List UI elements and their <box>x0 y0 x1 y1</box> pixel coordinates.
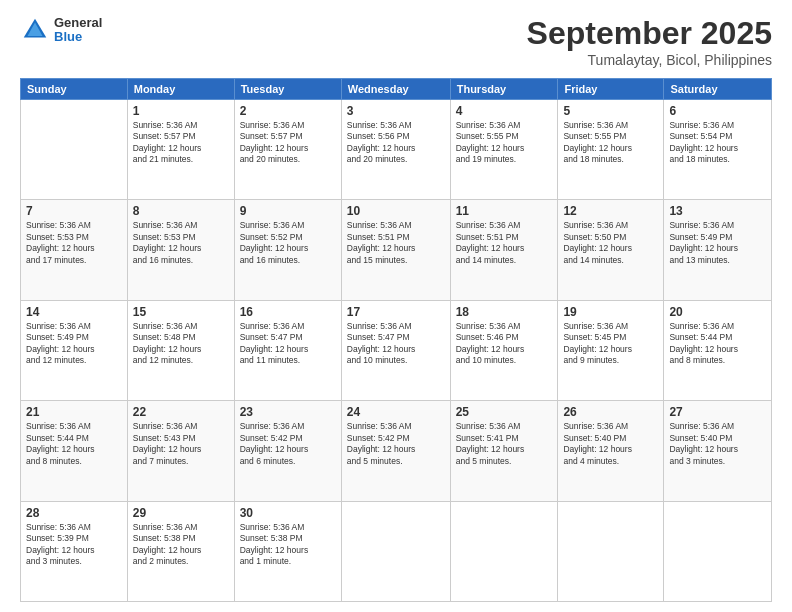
day-info: Sunrise: 5:36 AM Sunset: 5:51 PM Dayligh… <box>456 220 553 266</box>
day-number: 27 <box>669 405 766 419</box>
day-number: 11 <box>456 204 553 218</box>
month-title: September 2025 <box>527 15 772 52</box>
day-info: Sunrise: 5:36 AM Sunset: 5:42 PM Dayligh… <box>347 421 445 467</box>
calendar-cell <box>341 501 450 601</box>
calendar-cell: 14Sunrise: 5:36 AM Sunset: 5:49 PM Dayli… <box>21 300 128 400</box>
day-number: 26 <box>563 405 658 419</box>
col-header-saturday: Saturday <box>664 79 772 100</box>
logo-general: General <box>54 16 102 30</box>
calendar-cell: 8Sunrise: 5:36 AM Sunset: 5:53 PM Daylig… <box>127 200 234 300</box>
calendar-cell: 18Sunrise: 5:36 AM Sunset: 5:46 PM Dayli… <box>450 300 558 400</box>
week-row-3: 14Sunrise: 5:36 AM Sunset: 5:49 PM Dayli… <box>21 300 772 400</box>
day-info: Sunrise: 5:36 AM Sunset: 5:44 PM Dayligh… <box>669 321 766 367</box>
day-number: 4 <box>456 104 553 118</box>
week-row-5: 28Sunrise: 5:36 AM Sunset: 5:39 PM Dayli… <box>21 501 772 601</box>
calendar-cell: 10Sunrise: 5:36 AM Sunset: 5:51 PM Dayli… <box>341 200 450 300</box>
day-info: Sunrise: 5:36 AM Sunset: 5:42 PM Dayligh… <box>240 421 336 467</box>
header: General Blue September 2025 Tumalaytay, … <box>20 15 772 68</box>
calendar-table: SundayMondayTuesdayWednesdayThursdayFrid… <box>20 78 772 602</box>
col-header-sunday: Sunday <box>21 79 128 100</box>
logo-icon <box>20 15 50 45</box>
day-number: 7 <box>26 204 122 218</box>
col-header-tuesday: Tuesday <box>234 79 341 100</box>
day-number: 28 <box>26 506 122 520</box>
calendar-cell: 16Sunrise: 5:36 AM Sunset: 5:47 PM Dayli… <box>234 300 341 400</box>
location: Tumalaytay, Bicol, Philippines <box>527 52 772 68</box>
day-info: Sunrise: 5:36 AM Sunset: 5:40 PM Dayligh… <box>563 421 658 467</box>
day-info: Sunrise: 5:36 AM Sunset: 5:55 PM Dayligh… <box>563 120 658 166</box>
logo-text: General Blue <box>54 16 102 45</box>
day-number: 16 <box>240 305 336 319</box>
day-info: Sunrise: 5:36 AM Sunset: 5:50 PM Dayligh… <box>563 220 658 266</box>
calendar-cell: 7Sunrise: 5:36 AM Sunset: 5:53 PM Daylig… <box>21 200 128 300</box>
day-number: 20 <box>669 305 766 319</box>
logo: General Blue <box>20 15 102 45</box>
day-info: Sunrise: 5:36 AM Sunset: 5:57 PM Dayligh… <box>240 120 336 166</box>
day-info: Sunrise: 5:36 AM Sunset: 5:52 PM Dayligh… <box>240 220 336 266</box>
calendar-cell: 2Sunrise: 5:36 AM Sunset: 5:57 PM Daylig… <box>234 100 341 200</box>
calendar-cell: 6Sunrise: 5:36 AM Sunset: 5:54 PM Daylig… <box>664 100 772 200</box>
day-info: Sunrise: 5:36 AM Sunset: 5:48 PM Dayligh… <box>133 321 229 367</box>
col-header-monday: Monday <box>127 79 234 100</box>
day-number: 17 <box>347 305 445 319</box>
day-number: 12 <box>563 204 658 218</box>
day-info: Sunrise: 5:36 AM Sunset: 5:44 PM Dayligh… <box>26 421 122 467</box>
logo-blue: Blue <box>54 30 102 44</box>
day-info: Sunrise: 5:36 AM Sunset: 5:53 PM Dayligh… <box>26 220 122 266</box>
calendar-cell: 4Sunrise: 5:36 AM Sunset: 5:55 PM Daylig… <box>450 100 558 200</box>
day-number: 10 <box>347 204 445 218</box>
calendar-cell: 17Sunrise: 5:36 AM Sunset: 5:47 PM Dayli… <box>341 300 450 400</box>
col-header-wednesday: Wednesday <box>341 79 450 100</box>
day-info: Sunrise: 5:36 AM Sunset: 5:46 PM Dayligh… <box>456 321 553 367</box>
calendar-cell <box>558 501 664 601</box>
day-info: Sunrise: 5:36 AM Sunset: 5:45 PM Dayligh… <box>563 321 658 367</box>
day-info: Sunrise: 5:36 AM Sunset: 5:38 PM Dayligh… <box>133 522 229 568</box>
day-number: 15 <box>133 305 229 319</box>
day-number: 5 <box>563 104 658 118</box>
day-number: 21 <box>26 405 122 419</box>
calendar-cell: 9Sunrise: 5:36 AM Sunset: 5:52 PM Daylig… <box>234 200 341 300</box>
day-info: Sunrise: 5:36 AM Sunset: 5:43 PM Dayligh… <box>133 421 229 467</box>
calendar-cell: 19Sunrise: 5:36 AM Sunset: 5:45 PM Dayli… <box>558 300 664 400</box>
week-row-2: 7Sunrise: 5:36 AM Sunset: 5:53 PM Daylig… <box>21 200 772 300</box>
day-number: 30 <box>240 506 336 520</box>
calendar-cell <box>450 501 558 601</box>
calendar-cell: 11Sunrise: 5:36 AM Sunset: 5:51 PM Dayli… <box>450 200 558 300</box>
page: General Blue September 2025 Tumalaytay, … <box>0 0 792 612</box>
day-info: Sunrise: 5:36 AM Sunset: 5:49 PM Dayligh… <box>26 321 122 367</box>
calendar-cell: 27Sunrise: 5:36 AM Sunset: 5:40 PM Dayli… <box>664 401 772 501</box>
day-info: Sunrise: 5:36 AM Sunset: 5:41 PM Dayligh… <box>456 421 553 467</box>
day-info: Sunrise: 5:36 AM Sunset: 5:53 PM Dayligh… <box>133 220 229 266</box>
calendar-cell: 29Sunrise: 5:36 AM Sunset: 5:38 PM Dayli… <box>127 501 234 601</box>
day-info: Sunrise: 5:36 AM Sunset: 5:56 PM Dayligh… <box>347 120 445 166</box>
day-info: Sunrise: 5:36 AM Sunset: 5:55 PM Dayligh… <box>456 120 553 166</box>
calendar-cell: 23Sunrise: 5:36 AM Sunset: 5:42 PM Dayli… <box>234 401 341 501</box>
day-number: 2 <box>240 104 336 118</box>
day-info: Sunrise: 5:36 AM Sunset: 5:40 PM Dayligh… <box>669 421 766 467</box>
day-number: 19 <box>563 305 658 319</box>
day-number: 24 <box>347 405 445 419</box>
day-number: 6 <box>669 104 766 118</box>
day-info: Sunrise: 5:36 AM Sunset: 5:38 PM Dayligh… <box>240 522 336 568</box>
day-number: 3 <box>347 104 445 118</box>
day-number: 18 <box>456 305 553 319</box>
day-number: 13 <box>669 204 766 218</box>
day-number: 8 <box>133 204 229 218</box>
day-number: 1 <box>133 104 229 118</box>
day-number: 22 <box>133 405 229 419</box>
day-number: 25 <box>456 405 553 419</box>
day-number: 9 <box>240 204 336 218</box>
calendar-cell: 12Sunrise: 5:36 AM Sunset: 5:50 PM Dayli… <box>558 200 664 300</box>
calendar-cell: 21Sunrise: 5:36 AM Sunset: 5:44 PM Dayli… <box>21 401 128 501</box>
calendar-cell <box>664 501 772 601</box>
day-info: Sunrise: 5:36 AM Sunset: 5:57 PM Dayligh… <box>133 120 229 166</box>
calendar-cell: 25Sunrise: 5:36 AM Sunset: 5:41 PM Dayli… <box>450 401 558 501</box>
day-info: Sunrise: 5:36 AM Sunset: 5:54 PM Dayligh… <box>669 120 766 166</box>
day-number: 14 <box>26 305 122 319</box>
day-info: Sunrise: 5:36 AM Sunset: 5:49 PM Dayligh… <box>669 220 766 266</box>
day-info: Sunrise: 5:36 AM Sunset: 5:51 PM Dayligh… <box>347 220 445 266</box>
calendar-header-row: SundayMondayTuesdayWednesdayThursdayFrid… <box>21 79 772 100</box>
calendar-cell: 28Sunrise: 5:36 AM Sunset: 5:39 PM Dayli… <box>21 501 128 601</box>
calendar-cell: 3Sunrise: 5:36 AM Sunset: 5:56 PM Daylig… <box>341 100 450 200</box>
week-row-4: 21Sunrise: 5:36 AM Sunset: 5:44 PM Dayli… <box>21 401 772 501</box>
